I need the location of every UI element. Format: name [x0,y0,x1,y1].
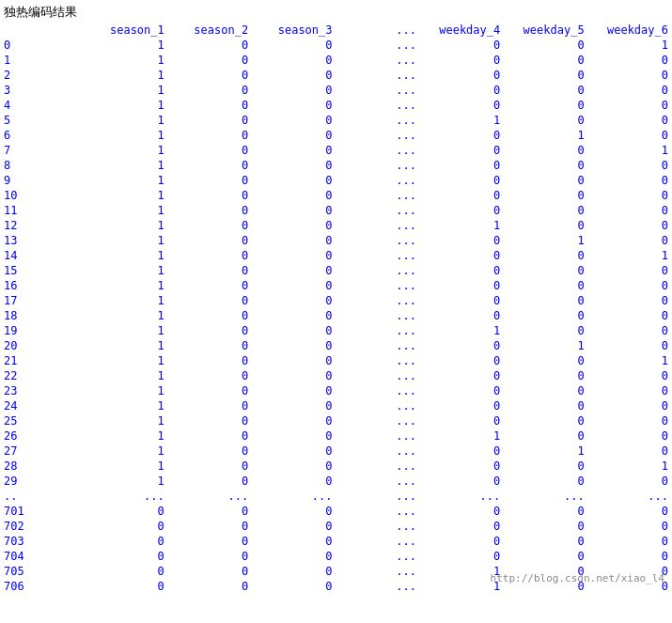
table-cell: ... [336,143,420,158]
table-cell: 12 [0,218,84,233]
table-cell: 2 [0,68,84,83]
table-cell: 0 [420,173,504,188]
table-cell: 1 [84,413,167,428]
table-cell: 0 [588,398,672,413]
col-header-season2: season_2 [168,23,252,38]
table-cell: 0 [168,564,252,579]
table-cell: 0 [168,519,252,534]
table-cell: 0 [504,173,587,188]
table-cell: ... [336,98,420,113]
table-cell: 0 [588,158,672,173]
table-cell: 0 [84,549,167,564]
col-header-weekday5: weekday_5 [504,23,587,38]
table-cell: 1 [84,173,167,188]
table-cell: ... [336,474,420,489]
table-cell: ... [336,534,420,549]
table-cell: ... [336,519,420,534]
table-cell: 0 [504,323,587,338]
table-cell: 1 [84,248,167,263]
table-cell: 1 [420,323,504,338]
table-cell: 0 [168,323,252,338]
table-row: 25100...000 [0,413,672,428]
table-cell: 1 [84,444,167,459]
table-cell: 0 [168,338,252,353]
table-cell: 1 [84,188,167,203]
table-cell: 1 [84,338,167,353]
table-cell: 0 [84,564,167,579]
table-cell: 0 [588,53,672,68]
table-row: 28100...001 [0,459,672,474]
table-cell: ... [336,383,420,398]
table-cell: 0 [504,428,587,444]
table-cell: ... [336,203,420,218]
table-cell: ... [336,579,420,594]
table-cell: ... [336,398,420,413]
table-cell: 1 [504,233,587,248]
table-cell: 0 [168,263,252,278]
table-cell: 0 [588,173,672,188]
table-row: 21100...001 [0,353,672,368]
table-cell: 0 [588,368,672,383]
table-cell: 0 [252,519,336,534]
table-cell: 0 [588,188,672,203]
table-cell: 705 [0,564,84,579]
col-header-index [0,23,84,38]
col-header-season1: season_1 [84,23,167,38]
table-cell: 0 [252,579,336,594]
table-cell: 0 [84,504,167,519]
table-cell: 0 [168,278,252,293]
table-cell: 1 [84,218,167,233]
table-row: 23100...000 [0,383,672,398]
table-cell: ... [336,444,420,459]
table-cell: ... [336,248,420,263]
table-cell: 0 [504,188,587,203]
table-cell: 0 [252,383,336,398]
table-cell: 703 [0,534,84,549]
table-row: 3100...000 [0,83,672,98]
table-cell: 0 [504,143,587,158]
table-cell: 13 [0,233,84,248]
data-table: season_1 season_2 season_3 ... weekday_4… [0,23,672,594]
table-cell: 6 [0,128,84,143]
table-cell: 0 [168,428,252,444]
table-row: 13100...010 [0,233,672,248]
table-cell: 1 [84,158,167,173]
table-cell: ... [336,278,420,293]
table-cell: 0 [252,353,336,368]
col-header-season3: season_3 [252,23,336,38]
ellipsis-cell: ... [588,489,672,504]
table-cell: ... [336,173,420,188]
table-cell: 0 [504,53,587,68]
col-header-weekday6: weekday_6 [588,23,672,38]
table-cell: 0 [252,128,336,143]
table-cell: 0 [168,68,252,83]
table-cell: 0 [588,68,672,83]
table-cell: 1 [84,68,167,83]
table-cell: ... [336,428,420,444]
table-row: 701000...000 [0,504,672,519]
table-cell: 0 [168,293,252,308]
table-cell: 0 [588,549,672,564]
table-cell: ... [336,68,420,83]
table-cell: 0 [252,338,336,353]
table-cell: 0 [588,504,672,519]
table-cell: 1 [84,53,167,68]
table-cell: 0 [252,68,336,83]
col-header-ellipsis: ... [336,23,420,38]
ellipsis-cell: ... [336,489,420,504]
table-cell: 0 [504,278,587,293]
table-row: 22100...000 [0,368,672,383]
table-cell: 0 [504,534,587,549]
table-cell: 0 [252,203,336,218]
table-cell: 0 [252,233,336,248]
table-cell: 0 [168,549,252,564]
table-cell: 20 [0,338,84,353]
table-cell: ... [336,188,420,203]
table-cell: 1 [84,233,167,248]
table-cell: 1 [84,459,167,474]
table-row: 2100...000 [0,68,672,83]
table-cell: 0 [252,248,336,263]
table-cell: 0 [504,203,587,218]
table-cell: 0 [252,218,336,233]
table-cell: ... [336,353,420,368]
